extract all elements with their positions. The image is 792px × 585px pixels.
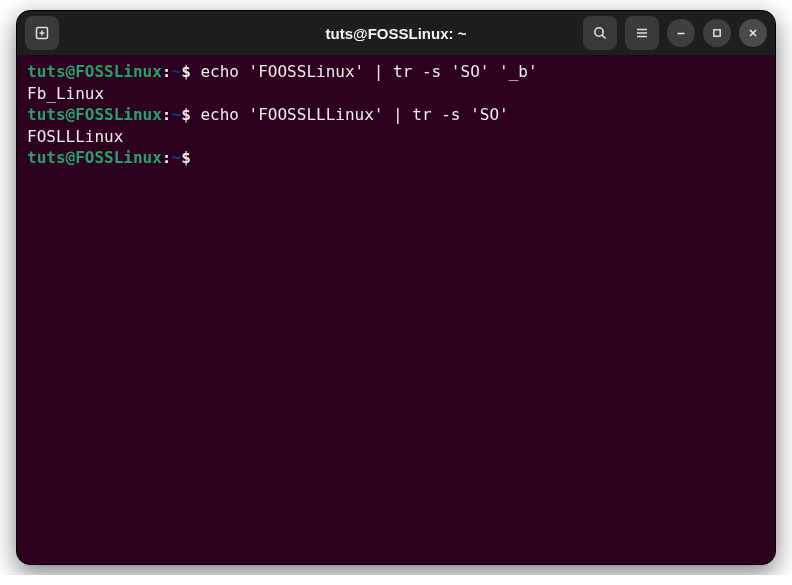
prompt-line-2: tuts@FOSSLinux:~$ echo 'FOOSSLLLinux' | …: [27, 104, 765, 126]
command-3: [191, 148, 201, 167]
close-button[interactable]: [739, 19, 767, 47]
titlebar-right: [583, 16, 767, 50]
svg-point-3: [595, 28, 603, 36]
prompt-colon: :: [162, 148, 172, 167]
command-2: echo 'FOOSSLLLinux' | tr -s 'SO': [191, 105, 509, 124]
prompt-user: tuts@FOSSLinux: [27, 105, 162, 124]
new-tab-button[interactable]: [25, 16, 59, 50]
prompt-path: ~: [172, 62, 182, 81]
output-1: Fb_Linux: [27, 83, 765, 105]
svg-rect-9: [714, 30, 720, 36]
menu-button[interactable]: [625, 16, 659, 50]
maximize-button[interactable]: [703, 19, 731, 47]
prompt-user: tuts@FOSSLinux: [27, 148, 162, 167]
prompt-path: ~: [172, 148, 182, 167]
prompt-symbol: $: [181, 105, 191, 124]
output-2: FOSLLLinux: [27, 126, 765, 148]
titlebar: tuts@FOSSLinux: ~: [17, 11, 775, 55]
prompt-symbol: $: [181, 62, 191, 81]
terminal-window: tuts@FOSSLinux: ~: [16, 10, 776, 565]
prompt-symbol: $: [181, 148, 191, 167]
minimize-button[interactable]: [667, 19, 695, 47]
prompt-colon: :: [162, 62, 172, 81]
prompt-line-3: tuts@FOSSLinux:~$: [27, 147, 765, 169]
search-button[interactable]: [583, 16, 617, 50]
prompt-user: tuts@FOSSLinux: [27, 62, 162, 81]
window-title: tuts@FOSSLinux: ~: [326, 25, 467, 42]
titlebar-left: [25, 16, 59, 50]
prompt-path: ~: [172, 105, 182, 124]
svg-line-4: [602, 35, 605, 38]
terminal-body[interactable]: tuts@FOSSLinux:~$ echo 'FOOSSLinux' | tr…: [17, 55, 775, 564]
command-1: echo 'FOOSSLinux' | tr -s 'SO' '_b': [191, 62, 538, 81]
prompt-colon: :: [162, 105, 172, 124]
prompt-line-1: tuts@FOSSLinux:~$ echo 'FOOSSLinux' | tr…: [27, 61, 765, 83]
